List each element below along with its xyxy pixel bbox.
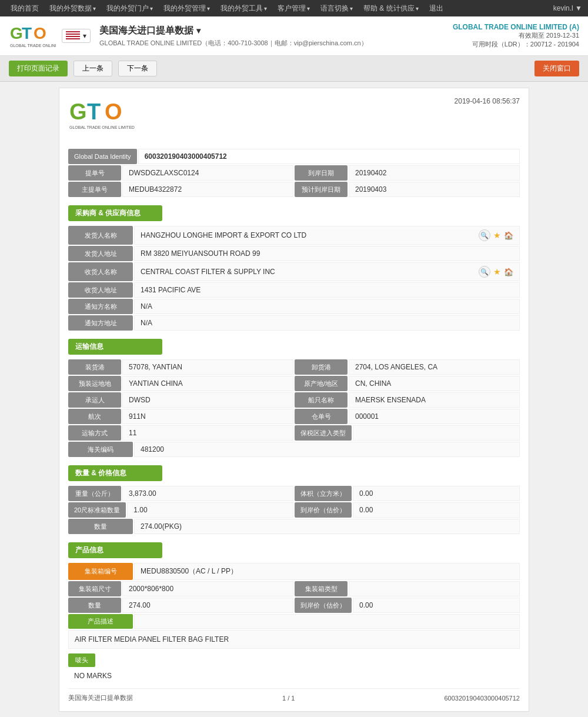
chevron-down-icon: ▾: [196, 26, 201, 35]
container-size-value: 2000*806*800: [122, 581, 293, 596]
nav-management[interactable]: 我的外贸管理 ▾: [159, 1, 215, 16]
star-icon[interactable]: ★: [493, 267, 501, 276]
nav-logout[interactable]: 退出: [425, 1, 448, 16]
bill-no-value: DWSDGZLAXSC0124: [122, 165, 293, 181]
chevron-down-icon: ▾: [207, 5, 210, 12]
arrival-date-label: 到岸日期: [295, 165, 348, 181]
top-navigation: 我的首页 我的外贸数据 ▾ 我的外贸门户 ▾ 我的外贸管理 ▾ 我的外贸工具 ▾…: [0, 0, 588, 16]
shipper-addr-label: 发货人地址: [68, 246, 133, 261]
section-quantity-header: 数量 & 价格信息: [68, 465, 162, 481]
bonded-zone-value: [353, 425, 520, 441]
ports-row: 装货港 57078, YANTIAN 卸货港 2704, LOS ANGELES…: [68, 359, 520, 375]
container20-value: 1.00: [127, 502, 293, 518]
product-desc-value: AIR FILTER MEDIA PANEL FILTER BAG FILTER: [68, 630, 520, 649]
dest-port-field: 卸货港 2704, LOS ANGELES, CA: [295, 359, 520, 375]
svg-text:GLOBAL TRADE ONLINE LIMITED: GLOBAL TRADE ONLINE LIMITED: [10, 44, 56, 48]
global-identity-label: Global Data Identity: [68, 149, 137, 164]
nav-language[interactable]: 语言切换 ▾: [316, 1, 358, 16]
nav-home-label: 我的首页: [11, 4, 39, 14]
doc-footer-center: 1 / 1: [282, 695, 295, 702]
voyage-label: 航次: [68, 409, 121, 424]
svg-text:GLOBAL TRADE ONLINE LIMITED: GLOBAL TRADE ONLINE LIMITED: [69, 125, 135, 129]
main-content: G T O GLOBAL TRADE ONLINE LIMITED 2019-0…: [0, 82, 588, 717]
validity-info: 有效期至 2019-12-31: [453, 31, 579, 40]
flag-selector[interactable]: ▾: [62, 29, 91, 43]
bill-no-field: 提单号 DWSDGZLAXSC0124: [68, 165, 293, 181]
page-title-text: 美国海关进口提单数据: [99, 25, 193, 37]
manifest-field: 仓单号 000001: [295, 409, 520, 424]
origin-value: CN, CHINA: [349, 376, 520, 391]
estimated-date-field: 预计到岸日期 20190403: [295, 182, 520, 197]
company-name-right: GLOBAL TRADE ONLINE LIMITED (A): [453, 23, 579, 31]
nav-help-label: 帮助 & 统计供应: [363, 4, 415, 14]
load-port-value: 57078, YANTIAN: [122, 359, 293, 375]
shipper-name-row: 发货人名称 HANGZHOU LONGHE IMPORT & EXPORT CO…: [68, 226, 520, 245]
volume-label: 体积（立方米）: [295, 486, 352, 501]
nav-customer-label: 客户管理: [278, 4, 306, 14]
nav-items: 我的首页 我的外贸数据 ▾ 我的外贸门户 ▾ 我的外贸管理 ▾ 我的外贸工具 ▾…: [6, 1, 553, 16]
nav-home[interactable]: 我的首页: [6, 1, 44, 16]
volume-value: 0.00: [353, 486, 520, 501]
search-icon[interactable]: 🔍: [479, 266, 490, 278]
chevron-down-icon: ▾: [350, 5, 353, 12]
user-info[interactable]: kevin.l ▼: [553, 4, 582, 12]
doc-footer: 美国海关进口提单数据 1 / 1 600320190403000405712: [68, 688, 520, 702]
home-icon[interactable]: 🏠: [504, 231, 513, 240]
container20-label: 20尺标准箱数量: [68, 502, 126, 518]
product-qty-price-row: 数量 274.00 到岸价（估价） 0.00: [68, 598, 520, 613]
bill-arrival-row: 提单号 DWSDGZLAXSC0124 到岸日期 20190402: [68, 165, 520, 181]
notify-name-value: N/A: [134, 299, 520, 314]
print-button[interactable]: 打印页面记录: [9, 61, 68, 76]
origin-field: 原产地/地区 CN, CHINA: [295, 376, 520, 391]
unit-price-value: 0.00: [353, 502, 520, 518]
ldr-info: 可用时段（LDR）：200712 - 201904: [453, 40, 579, 49]
container-price-row: 20尺标准箱数量 1.00 到岸价（估价） 0.00: [68, 502, 520, 518]
doc-footer-left: 美国海关进口提单数据: [68, 693, 133, 702]
section-transport-header: 运输信息: [68, 339, 162, 355]
doc-logo-svg: G T O GLOBAL TRADE ONLINE LIMITED: [68, 97, 139, 132]
product-desc-row: 产品描述: [68, 614, 520, 629]
container-size-label: 集装箱尺寸: [68, 581, 121, 596]
voyage-value: 911N: [122, 409, 293, 424]
notify-addr-label: 通知方地址: [68, 315, 133, 331]
transport-mode-value: 11: [122, 425, 293, 441]
nav-portal[interactable]: 我的外贸门户 ▾: [102, 1, 158, 16]
chevron-down-icon: ▾: [416, 5, 419, 12]
weight-volume-row: 重量（公斤） 3,873.00 体积（立方米） 0.00: [68, 486, 520, 501]
nav-portal-label: 我的外贸门户: [106, 4, 149, 14]
search-icon[interactable]: 🔍: [479, 229, 490, 241]
notify-addr-row: 通知方地址 N/A: [68, 315, 520, 331]
preload-field: 预装运地地 YANTIAN CHINA: [68, 376, 293, 391]
nav-tools[interactable]: 我的外贸工具 ▾: [216, 1, 272, 16]
container-size-type-row: 集装箱尺寸 2000*806*800 集装箱类型: [68, 581, 520, 596]
carrier-label: 承运人: [68, 392, 121, 408]
star-icon[interactable]: ★: [493, 231, 501, 240]
consignee-name-value: CENTRAL COAST FILTER & SUPPLY INC 🔍 ★ 🏠: [134, 262, 520, 281]
notify-name-label: 通知方名称: [68, 299, 133, 314]
home-icon[interactable]: 🏠: [504, 268, 513, 276]
quantity-label: 数量: [68, 519, 133, 534]
product-price-value: 0.00: [353, 598, 520, 613]
product-qty-field: 数量 274.00: [68, 598, 293, 613]
product-desc-label: 产品描述: [68, 614, 133, 629]
nav-help[interactable]: 帮助 & 统计供应 ▾: [359, 1, 423, 16]
preload-origin-row: 预装运地地 YANTIAN CHINA 原产地/地区 CN, CHINA: [68, 376, 520, 391]
shipper-addr-row: 发货人地址 RM 3820 MEIYUANSOUTH ROAD 99: [68, 246, 520, 261]
nav-trade-data[interactable]: 我的外贸数据 ▾: [45, 1, 101, 16]
nav-customer[interactable]: 客户管理 ▾: [273, 1, 315, 16]
company-logo: G T O GLOBAL TRADE ONLINE LIMITED: [9, 21, 56, 51]
section-buyer-header: 采购商 & 供应商信息: [68, 205, 162, 221]
sea-bill-value: 481200: [134, 442, 520, 457]
bonded-zone-label: 保税区进入类型: [295, 425, 352, 441]
shipper-name-value: HANGZHOU LONGHE IMPORT & EXPORT CO LTD 🔍…: [134, 226, 520, 245]
chevron-down-icon: ▾: [264, 5, 267, 12]
voyage-manifest-row: 航次 911N 仓单号 000001: [68, 409, 520, 424]
notify-name-row: 通知方名称 N/A: [68, 299, 520, 314]
next-button[interactable]: 下一条: [118, 61, 157, 76]
prev-button[interactable]: 上一条: [74, 61, 112, 76]
quantity-value: 274.00(PKG): [134, 519, 520, 534]
product-desc-spacer: [134, 614, 520, 629]
page-subtitle: GLOBAL TRADE ONLINE LIMITED（电话：400-710-3…: [99, 39, 453, 48]
consignee-addr-value: 1431 PACIFIC AVE: [134, 282, 520, 298]
close-button[interactable]: 关闭窗口: [534, 61, 579, 76]
